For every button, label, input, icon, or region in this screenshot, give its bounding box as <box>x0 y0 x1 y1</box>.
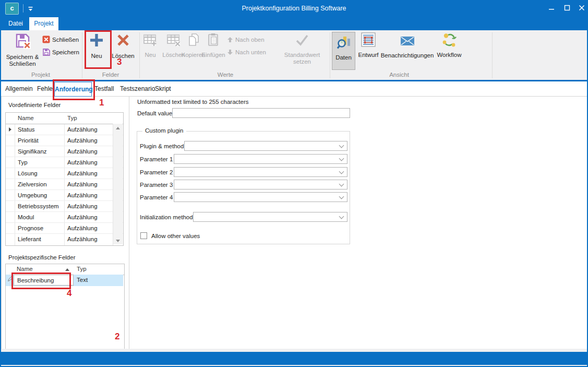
tab-testszenario[interactable]: Testszenario <box>120 85 155 92</box>
design-icon <box>361 32 376 49</box>
cell-typ[interactable]: Aufzählung <box>67 126 98 133</box>
tab-skript[interactable]: Skript <box>155 85 171 92</box>
cell-name[interactable]: Modul <box>18 214 34 220</box>
scroll-down-icon[interactable] <box>113 240 123 242</box>
cell-typ[interactable]: Aufzählung <box>67 181 98 187</box>
parameter4-select[interactable] <box>174 192 347 202</box>
annotation-rect-anforderung-tab <box>53 79 95 100</box>
view-notifications-label: Benachrichtigungen <box>381 52 434 59</box>
default-value-input[interactable] <box>172 108 350 118</box>
save-and-close-button[interactable]: Speichern & Schließen <box>3 32 42 67</box>
app-window: c Projektkonfiguration Billing Software … <box>0 0 588 367</box>
cell-typ[interactable]: Aufzählung <box>67 214 98 220</box>
cell-name[interactable]: Signifikanz <box>18 148 47 155</box>
mail-icon <box>399 33 416 50</box>
group-separator <box>330 32 330 78</box>
data-search-icon <box>337 34 351 52</box>
view-data-label: Daten <box>335 54 352 61</box>
predefined-fields-table: Name Typ Status Aufzählung Priorität Auf… <box>5 112 124 246</box>
view-workflow-button[interactable]: Workflow <box>434 32 464 58</box>
maximize-button[interactable] <box>559 0 575 16</box>
column-header-typ[interactable]: Typ <box>67 115 77 121</box>
view-notifications-button[interactable]: Benachrichtigungen <box>381 32 434 59</box>
set-default-value-label: Standardwert setzen <box>280 52 325 65</box>
plugin-method-select[interactable] <box>184 141 347 151</box>
cell-name[interactable]: Lösung <box>18 170 38 176</box>
parameter3-select[interactable] <box>174 180 347 190</box>
panel-splitter[interactable] <box>129 97 129 352</box>
cell-typ[interactable]: Aufzählung <box>67 159 98 165</box>
window-left-border <box>0 17 1 367</box>
close-red-icon <box>42 35 50 43</box>
cell-name[interactable]: Status <box>18 126 35 133</box>
cell-typ[interactable]: Aufzählung <box>67 225 98 231</box>
delete-field-label: Löschen <box>112 53 134 60</box>
table-add-icon <box>142 32 158 49</box>
ribbon-group-label-ansicht: Ansicht <box>374 72 424 79</box>
copy-icon <box>186 32 201 49</box>
parameter3-label: Parameter 3 <box>140 182 173 188</box>
content-left-border <box>1 97 2 349</box>
move-up-button: Nach oben <box>227 37 265 43</box>
save-project-button[interactable]: Speichern <box>42 48 79 56</box>
cell-name[interactable]: Lieferant <box>18 236 41 242</box>
column-header-typ[interactable]: Typ <box>77 266 87 272</box>
tab-fehler[interactable]: Fehler <box>37 85 55 92</box>
scroll-up-icon[interactable] <box>113 127 123 129</box>
parameter1-label: Parameter 1 <box>140 156 173 162</box>
arrow-up-icon <box>227 37 233 43</box>
cell-typ[interactable]: Aufzählung <box>67 192 98 198</box>
move-down-label: Nach unten <box>235 49 266 55</box>
cell-name[interactable]: Prognose <box>18 225 43 231</box>
cell-name[interactable]: Zielversion <box>18 181 47 187</box>
initialization-method-label: Initialization method <box>140 214 193 220</box>
project-fields-title: Projektspezifische Felder <box>8 254 75 261</box>
group-separator <box>82 32 82 78</box>
cell-typ[interactable]: Aufzählung <box>67 137 98 144</box>
cell-typ[interactable]: Aufzählung <box>67 236 98 242</box>
group-separator <box>492 32 493 78</box>
close-button[interactable] <box>574 0 588 16</box>
cell-name[interactable]: Typ <box>18 159 28 165</box>
parameter1-select[interactable] <box>174 154 347 164</box>
cell-name[interactable]: Priorität <box>18 137 39 144</box>
close-project-button[interactable]: Schließen <box>42 35 79 43</box>
view-design-label: Entwurf <box>358 52 379 58</box>
ribbon-tab-datei[interactable]: Datei <box>4 17 27 30</box>
move-down-button: Nach unten <box>227 49 266 55</box>
annotation-number-4: 4 <box>67 288 71 299</box>
close-project-label: Schließen <box>52 37 79 43</box>
view-design-button[interactable]: Entwurf <box>356 32 381 58</box>
titlebar: c Projektkonfiguration Billing Software <box>0 0 588 17</box>
new-value-button: Neu <box>140 32 161 58</box>
tab-allgemein[interactable]: Allgemein <box>5 85 33 92</box>
set-default-value-button: Standardwert setzen <box>280 32 325 65</box>
field-type-caption: Unformatted text limited to 255 characte… <box>137 99 249 105</box>
delete-x-icon <box>115 32 131 50</box>
ribbon-tab-projekt[interactable]: Projekt <box>29 17 58 30</box>
delete-field-button[interactable]: Löschen <box>109 32 137 60</box>
tab-testfall[interactable]: Testfall <box>94 85 114 92</box>
statusbar: c <box>0 352 588 365</box>
paste-value-button: Einfügen <box>199 32 227 58</box>
initialization-method-select[interactable] <box>193 212 347 222</box>
allow-other-values-checkbox[interactable] <box>140 232 147 239</box>
column-header-name[interactable]: Name <box>18 115 34 121</box>
ribbon-group-label-werte: Werte <box>200 72 250 79</box>
cell-typ[interactable]: Aufzählung <box>67 203 98 209</box>
paste-value-label: Einfügen <box>201 52 225 58</box>
cell-typ[interactable]: Aufzählung <box>67 170 98 176</box>
cell-name[interactable]: Betriebssystem <box>18 203 59 209</box>
cell-typ[interactable]: Aufzählung <box>67 148 98 155</box>
view-data-button[interactable]: Daten <box>332 32 355 70</box>
window-title: Projektkonfiguration Billing Software <box>0 0 588 17</box>
vertical-scrollbar[interactable] <box>113 124 123 244</box>
predefined-fields-title: Vordefinierte Felder <box>8 102 61 108</box>
save-project-label: Speichern <box>52 49 79 55</box>
cell-typ[interactable]: Text <box>77 277 88 283</box>
column-header-name[interactable]: Name <box>17 266 33 272</box>
cell-name[interactable]: Umgebung <box>18 192 47 198</box>
parameter2-select[interactable] <box>174 167 347 177</box>
new-value-label: Neu <box>145 52 155 58</box>
minimize-button[interactable] <box>544 0 559 16</box>
